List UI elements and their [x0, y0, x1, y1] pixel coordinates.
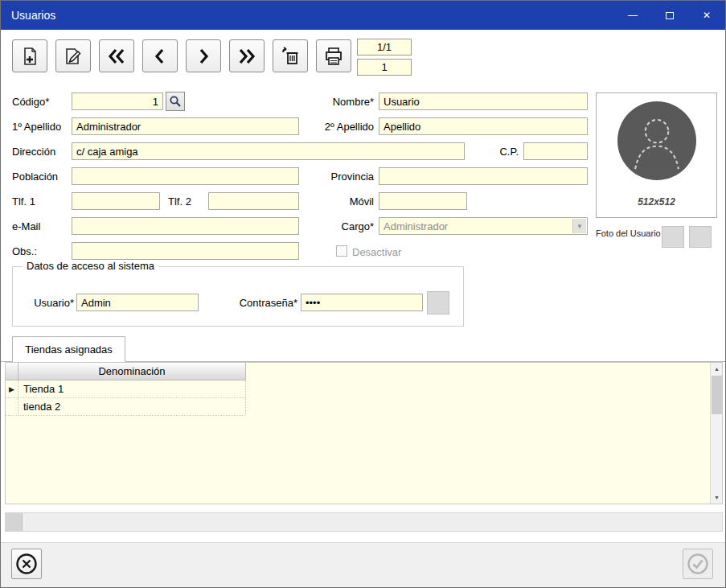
provincia-label: Provincia [306, 167, 374, 185]
movil-field[interactable] [379, 192, 467, 210]
first-record-icon [106, 47, 127, 66]
row-gutter [6, 398, 18, 416]
close-icon: ✕ [703, 10, 711, 21]
table-row[interactable]: ▶ Tienda 1 [6, 380, 722, 398]
table-row[interactable]: tienda 2 [6, 398, 722, 416]
obs-field[interactable] [72, 242, 299, 260]
new-record-icon [19, 46, 40, 67]
show-password-button[interactable] [427, 291, 449, 315]
cancel-icon [15, 553, 38, 575]
scroll-up-icon[interactable]: ▲ [711, 363, 723, 375]
direccion-label: Dirección [12, 142, 70, 160]
tlf2-label: Tlf. 2 [168, 192, 207, 210]
minimize-icon: — [628, 10, 638, 21]
search-codigo-button[interactable] [166, 92, 185, 111]
cell-denominacion: Tienda 1 [18, 380, 246, 398]
apellido1-field[interactable]: Administrador [72, 117, 299, 135]
cargo-label: Cargo* [306, 217, 374, 235]
cancel-button[interactable] [11, 549, 42, 579]
cp-field[interactable] [523, 142, 588, 160]
user-photo-placeholder: 512x512 [596, 93, 717, 218]
window-controls: — ✕ [614, 1, 725, 30]
grid-horizontal-scrollbar[interactable] [5, 512, 723, 532]
access-groupbox: Datos de acceso al sistema Usuario* Admi… [12, 266, 464, 327]
email-label: e-Mail [12, 217, 70, 235]
grid-gutter-header [6, 363, 18, 380]
apellido2-field[interactable]: Apellido [379, 117, 588, 135]
poblacion-label: Población [12, 167, 70, 185]
avatar [617, 101, 696, 180]
minimize-button[interactable]: — [614, 1, 651, 30]
row-pointer-icon: ▶ [6, 380, 18, 398]
desactivar-label: Desactivar [352, 246, 401, 258]
grid-header-row: Denominación [6, 363, 722, 380]
next-record-button[interactable] [186, 39, 221, 72]
desactivar-checkbox[interactable] [336, 245, 347, 257]
usuarios-window: Usuarios — ✕ [0, 0, 726, 588]
nombre-label: Nombre* [306, 93, 374, 110]
direccion-field[interactable]: c/ caja amiga [72, 142, 465, 160]
vertical-scroll-thumb[interactable] [712, 376, 722, 414]
horizontal-scroll-thumb[interactable] [6, 513, 23, 531]
edit-record-icon [63, 46, 84, 67]
check-icon [687, 553, 709, 575]
nombre-field[interactable]: Usuario [379, 93, 588, 110]
delete-record-icon [280, 46, 301, 67]
titlebar: Usuarios — ✕ [1, 1, 725, 30]
cp-label: C.P. [451, 142, 519, 160]
tlf1-label: Tlf. 1 [12, 192, 70, 210]
scroll-down-icon[interactable]: ▼ [711, 491, 723, 504]
maximize-icon [666, 12, 674, 19]
accept-button[interactable] [683, 549, 713, 579]
record-number-field[interactable]: 1 [357, 59, 412, 76]
tiendas-grid: Denominación ▶ Tienda 1 tienda 2 ▲ ▼ [5, 362, 723, 504]
email-field[interactable] [72, 217, 299, 235]
access-group-title: Datos de acceso al sistema [23, 260, 158, 272]
previous-record-icon [150, 47, 170, 66]
codigo-field[interactable]: 1 [72, 93, 163, 110]
maximize-button[interactable] [651, 1, 688, 30]
usuario-field[interactable]: Admin [76, 294, 199, 311]
provincia-field[interactable] [379, 167, 588, 185]
tab-tiendas-asignadas[interactable]: Tiendas asignadas [12, 336, 125, 362]
movil-label: Móvil [306, 192, 374, 210]
grid-column-header-denominacion[interactable]: Denominación [18, 363, 246, 380]
cargo-select[interactable]: Administrador ▼ [379, 217, 588, 235]
obs-label: Obs.: [12, 242, 70, 260]
apellido2-label: 2º Apellido [306, 117, 374, 135]
photo-caption: Foto del Usuario [596, 228, 661, 238]
search-icon [169, 95, 182, 108]
page-indicator: 1/1 [357, 39, 412, 56]
window-title: Usuarios [1, 9, 55, 22]
new-record-button[interactable] [12, 39, 47, 72]
bottom-action-bar [1, 542, 725, 587]
photo-size-hint: 512x512 [597, 196, 716, 208]
close-button[interactable]: ✕ [688, 1, 725, 30]
codigo-label: Código* [12, 93, 70, 110]
delete-record-button[interactable] [273, 39, 308, 72]
cell-denominacion: tienda 2 [18, 398, 246, 416]
chevron-down-icon: ▼ [572, 219, 586, 233]
poblacion-field[interactable] [72, 167, 299, 185]
next-record-icon [193, 47, 214, 66]
first-record-button[interactable] [99, 39, 134, 72]
last-record-icon [236, 47, 257, 66]
last-record-button[interactable] [229, 39, 265, 72]
tlf2-field[interactable] [208, 192, 299, 210]
tlf1-field[interactable] [72, 192, 160, 210]
usuario-label: Usuario* [24, 294, 74, 311]
edit-record-button[interactable] [55, 39, 91, 72]
cargo-selected-value: Administrador [384, 220, 448, 232]
photo-delete-button[interactable] [689, 226, 712, 248]
apellido1-label: 1º Apellido [12, 117, 70, 135]
contrasena-field[interactable]: •••• [301, 294, 423, 311]
person-silhouette-icon [623, 107, 691, 175]
grid-vertical-scrollbar[interactable]: ▲ ▼ [710, 363, 722, 504]
photo-upload-button[interactable] [662, 226, 684, 248]
print-button[interactable] [316, 39, 351, 72]
previous-record-button[interactable] [142, 39, 178, 72]
contrasena-label: Contraseña* [228, 294, 297, 311]
print-icon [323, 46, 344, 67]
